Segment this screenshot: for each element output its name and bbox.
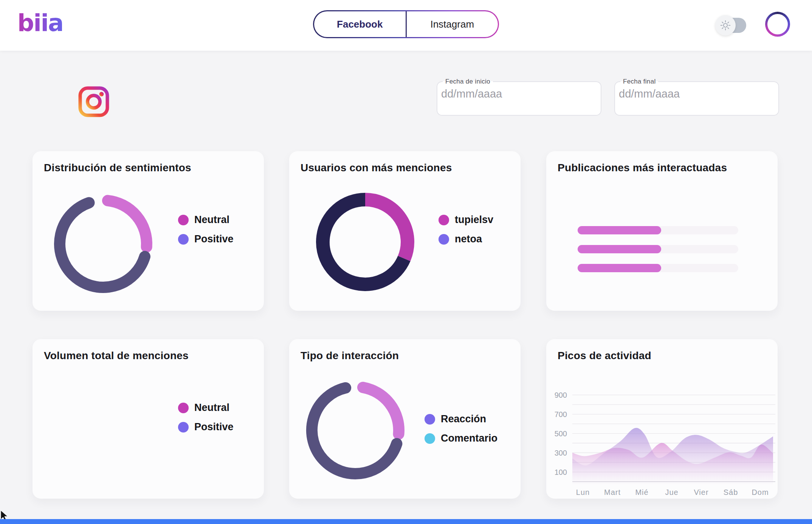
legend-dot bbox=[425, 433, 435, 444]
y-axis-tick: 500 bbox=[555, 429, 567, 438]
card-title: Publicaciones más interactuadas bbox=[558, 162, 727, 174]
legend-label: Positive bbox=[194, 233, 234, 245]
card-title: Picos de actividad bbox=[558, 350, 651, 362]
chart-legend: NeutralPositive bbox=[178, 214, 234, 245]
card-top-users: Usuarios con más menciones tupielsvnetoa bbox=[289, 151, 521, 311]
avatar-placeholder bbox=[767, 14, 788, 34]
bar-track bbox=[578, 264, 738, 272]
legend-label: Comentario bbox=[441, 433, 497, 444]
app-header: biia Facebook Instagram bbox=[0, 0, 812, 51]
instagram-icon bbox=[77, 85, 110, 118]
legend-item: Reacción bbox=[425, 413, 497, 425]
legend-label: Positive bbox=[194, 421, 234, 433]
legend-dot bbox=[178, 403, 189, 413]
x-axis-label: Vier bbox=[694, 488, 708, 496]
x-axis-label: Jue bbox=[665, 488, 678, 496]
x-axis-label: Mié bbox=[635, 488, 648, 496]
chart-legend: ReacciónComentario bbox=[425, 413, 497, 444]
legend-item: Neutral bbox=[178, 214, 234, 226]
card-title: Tipo de interacción bbox=[301, 350, 399, 362]
legend-item: Comentario bbox=[425, 433, 497, 444]
start-date-label: Fecha de inicio bbox=[443, 78, 493, 85]
bar-fill bbox=[578, 264, 661, 272]
user-avatar[interactable] bbox=[765, 12, 790, 37]
x-axis-label: Sáb bbox=[724, 488, 738, 496]
legend-dot bbox=[425, 414, 435, 425]
card-title: Usuarios con más menciones bbox=[301, 162, 452, 174]
app-logo: biia bbox=[17, 9, 63, 37]
legend-label: Reacción bbox=[441, 413, 486, 425]
bar-chart-top-posts bbox=[578, 226, 738, 283]
card-mentions-volume: Volumen total de menciones NeutralPositi… bbox=[33, 339, 264, 499]
legend-dot bbox=[439, 234, 449, 245]
start-date-input[interactable] bbox=[437, 85, 601, 100]
bar-fill bbox=[578, 245, 661, 253]
chart-legend: NeutralPositive bbox=[178, 402, 234, 433]
x-axis-label: Dom bbox=[752, 488, 769, 496]
legend-label: tupielsv bbox=[455, 214, 493, 226]
card-interaction-type: Tipo de interacción ReacciónComentario bbox=[289, 339, 521, 499]
y-axis-tick: 900 bbox=[555, 391, 567, 399]
tab-instagram[interactable]: Instagram bbox=[407, 11, 498, 37]
x-axis-label: Lun bbox=[576, 488, 590, 496]
card-title: Distribución de sentimientos bbox=[44, 162, 191, 174]
y-axis-tick: 300 bbox=[555, 449, 567, 457]
tab-facebook[interactable]: Facebook bbox=[314, 11, 406, 37]
legend-item: Positive bbox=[178, 233, 234, 245]
end-date-input[interactable] bbox=[615, 85, 778, 100]
theme-toggle[interactable] bbox=[718, 18, 746, 33]
card-top-posts: Publicaciones más interactuadas bbox=[546, 151, 778, 311]
chart-legend: tupielsvnetoa bbox=[439, 214, 493, 245]
x-axis-label: Mart bbox=[604, 488, 621, 496]
legend-item: Positive bbox=[178, 421, 234, 433]
area-chart-activity: 900700500300100 LunMartMiéJueVierSábDom bbox=[546, 339, 778, 499]
card-activity-peaks: Picos de actividad 900700500300100 LunMa… bbox=[546, 339, 778, 499]
legend-label: netoa bbox=[455, 233, 482, 245]
bar-track bbox=[578, 226, 738, 234]
platform-switcher: Facebook Instagram bbox=[313, 10, 499, 38]
legend-item: netoa bbox=[439, 233, 493, 245]
y-axis-tick: 100 bbox=[555, 468, 567, 476]
legend-label: Neutral bbox=[194, 214, 229, 226]
start-date-field: Fecha de inicio bbox=[437, 78, 601, 116]
legend-dot bbox=[178, 215, 189, 225]
bottom-accent-bar bbox=[0, 519, 812, 524]
legend-item: Neutral bbox=[178, 402, 234, 414]
theme-toggle-knob[interactable] bbox=[715, 15, 736, 36]
legend-dot bbox=[439, 215, 449, 225]
bar-fill bbox=[578, 226, 661, 234]
end-date-field: Fecha final bbox=[614, 78, 779, 116]
end-date-label: Fecha final bbox=[620, 78, 658, 85]
sun-icon bbox=[720, 20, 731, 31]
card-sentiment-distribution: Distribución de sentimientos NeutralPosi… bbox=[33, 151, 264, 311]
bar-track bbox=[578, 245, 738, 253]
legend-dot bbox=[178, 234, 189, 245]
card-title: Volumen total de menciones bbox=[44, 350, 189, 362]
legend-label: Neutral bbox=[194, 402, 229, 414]
y-axis-tick: 700 bbox=[555, 410, 567, 419]
legend-item: tupielsv bbox=[439, 214, 493, 226]
legend-dot bbox=[178, 422, 189, 433]
